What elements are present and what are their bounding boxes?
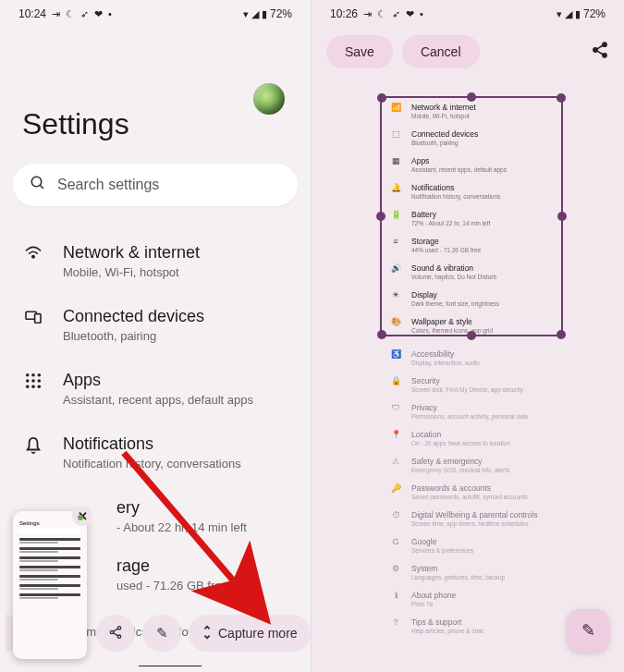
row-notifications[interactable]: NotificationsNotification history, conve… xyxy=(6,423,305,487)
signal-icon: ◢ xyxy=(251,8,259,20)
pencil-icon: ✎ xyxy=(581,620,595,641)
svg-line-1 xyxy=(40,185,43,189)
row-connected[interactable]: Connected devicesBluetooth, pairing xyxy=(6,296,305,360)
search-placeholder: Search settings xyxy=(57,177,159,193)
crop-selection[interactable] xyxy=(380,96,563,336)
svg-point-7 xyxy=(38,373,42,377)
mini-row: 📍 LocationOn - 26 apps have access to lo… xyxy=(384,425,593,452)
expand-vertical-icon xyxy=(202,625,213,642)
mini-icon: ⚙ xyxy=(389,564,402,573)
svg-point-9 xyxy=(31,379,35,383)
strikethrough-decor xyxy=(139,666,202,667)
capture-more-button[interactable]: Capture more xyxy=(189,615,311,652)
mini-icon: ♿ xyxy=(389,349,402,359)
share-button[interactable] xyxy=(96,615,135,652)
crop-handle[interactable] xyxy=(467,331,476,340)
mini-row: G GoogleServices & preferences xyxy=(384,532,593,559)
svg-point-0 xyxy=(31,177,42,187)
status-time: 10:26 xyxy=(330,7,358,20)
mini-row: ℹ About phonePixel 7a xyxy=(384,586,593,613)
airtel-icon: ➶ xyxy=(392,8,400,20)
row-network[interactable]: Network & internetMobile, Wi-Fi, hotspot xyxy=(6,232,305,296)
airtel-icon: ➶ xyxy=(80,8,89,20)
svg-line-17 xyxy=(113,629,117,631)
ongoing-icon: ⇥ xyxy=(363,8,372,20)
svg-point-13 xyxy=(38,385,42,389)
apps-grid-icon xyxy=(22,373,44,389)
mini-icon: ⏱ xyxy=(389,510,402,519)
crop-handle[interactable] xyxy=(557,212,567,221)
status-bar: 10:24 ⇥ ☾ ➶ ❤ • ▾ ◢ ▮ 72% xyxy=(0,0,311,24)
crop-handle[interactable] xyxy=(377,330,386,339)
svg-point-11 xyxy=(26,385,30,389)
dot-icon: • xyxy=(108,8,112,19)
crop-handle[interactable] xyxy=(377,93,386,103)
mini-icon: 🔒 xyxy=(389,376,402,385)
battery-icon: ▮ xyxy=(575,8,581,20)
wifi-icon xyxy=(22,245,44,260)
heart-icon: ❤ xyxy=(406,8,414,20)
crop-handle[interactable] xyxy=(376,212,385,221)
mini-row: 🔒 SecurityScreen lock, Find My Device, a… xyxy=(384,372,593,398)
mini-icon: 🛡 xyxy=(389,403,402,412)
mini-row: ⏱ Digital Wellbeing & parental controlsS… xyxy=(384,506,593,532)
mini-row: ⚙ SystemLanguages, gestures, time, backu… xyxy=(384,559,593,586)
status-time: 10:24 xyxy=(18,7,46,20)
svg-line-24 xyxy=(597,50,604,54)
mini-icon: 📍 xyxy=(389,430,402,439)
dnd-moon-icon: ☾ xyxy=(377,8,386,20)
row-apps[interactable]: AppsAssistant, recent apps, default apps xyxy=(6,360,305,423)
edit-button[interactable]: ✎ xyxy=(142,615,181,652)
heart-icon: ❤ xyxy=(94,8,103,20)
svg-point-10 xyxy=(38,379,42,383)
mini-row: 🛡 PrivacyPermissions, account activity, … xyxy=(384,398,593,425)
search-settings[interactable]: Search settings xyxy=(13,164,298,206)
mini-row: ⚠ Safety & emergencyEmergency SOS, medic… xyxy=(384,452,593,479)
battery-pct: 72% xyxy=(583,7,606,20)
share-button[interactable] xyxy=(591,41,609,64)
crop-handle[interactable] xyxy=(557,330,566,339)
svg-point-8 xyxy=(26,379,30,383)
save-button[interactable]: Save xyxy=(326,35,393,68)
screenshot-thumbnail[interactable]: ✕ Settings xyxy=(13,511,87,659)
crop-handle[interactable] xyxy=(557,93,566,103)
dot-icon: • xyxy=(420,8,423,19)
svg-point-5 xyxy=(26,373,30,377)
status-bar: 10:26 ⇥ ☾ ➶ ❤ • ▾ ◢ ▮ 72% xyxy=(312,0,624,24)
share-icon xyxy=(108,625,123,642)
dnd-moon-icon: ☾ xyxy=(66,8,75,20)
wifi-icon: ▾ xyxy=(557,8,562,20)
crop-handle[interactable] xyxy=(467,92,476,102)
mini-icon: ? xyxy=(389,617,402,627)
pencil-icon: ✎ xyxy=(156,625,168,641)
mini-row: ? Tips & supportHelp articles, phone & c… xyxy=(384,613,593,640)
edit-fab[interactable]: ✎ xyxy=(567,609,609,652)
svg-point-6 xyxy=(31,373,35,377)
svg-line-23 xyxy=(597,45,604,49)
search-icon xyxy=(30,175,46,195)
svg-point-12 xyxy=(31,385,35,389)
scroll-screenshot-editor: 10:26 ⇥ ☾ ➶ ❤ • ▾ ◢ ▮ 72% Save Cancel xyxy=(312,0,624,672)
cancel-button[interactable]: Cancel xyxy=(402,35,480,68)
profile-avatar[interactable] xyxy=(253,83,285,115)
battery-icon: ▮ xyxy=(262,8,267,20)
mini-icon: ⚠ xyxy=(389,457,402,466)
mini-row: ♿ AccessibilityDisplay, interaction, aud… xyxy=(384,345,593,372)
settings-screen: 10:24 ⇥ ☾ ➶ ❤ • ▾ ◢ ▮ 72% Settings Searc… xyxy=(0,0,312,672)
ongoing-icon: ⇥ xyxy=(52,8,60,20)
battery-pct: 72% xyxy=(270,7,292,20)
svg-rect-4 xyxy=(35,314,41,324)
svg-point-2 xyxy=(32,256,34,258)
mini-icon: ℹ xyxy=(389,591,402,600)
mini-icon: G xyxy=(389,537,402,546)
bell-icon xyxy=(22,436,44,455)
mini-icon: 🔑 xyxy=(389,483,402,493)
devices-icon xyxy=(22,309,44,324)
wifi-icon: ▾ xyxy=(243,8,249,20)
signal-icon: ◢ xyxy=(565,8,572,20)
svg-line-18 xyxy=(113,632,117,635)
mini-row: 🔑 Passwords & accountsSaved passwords, a… xyxy=(384,479,593,506)
